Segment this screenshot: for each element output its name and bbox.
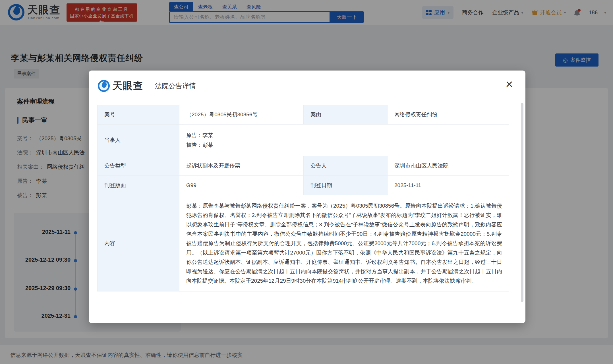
announcement-type-label: 公告类型: [98, 156, 179, 176]
defendant-line: 被告：彭某: [186, 140, 502, 150]
table-row: 刊登版面 G99 刊登日期 2025-11-11: [98, 176, 509, 195]
close-icon[interactable]: ×: [506, 78, 513, 90]
announcement-table: 案号 （2025）粤0305民初30856号 案由 网络侵权责任纠纷 当事人 原…: [97, 105, 509, 291]
table-row: 内容 彭某：原告李某与被告彭某网络侵权责任纠纷一案，案号为（2025）粤0305…: [98, 195, 509, 291]
case-number-label: 案号: [98, 105, 179, 125]
table-row: 案号 （2025）粤0305民初30856号 案由 网络侵权责任纠纷: [98, 105, 509, 125]
announcement-type-value: 起诉状副本及开庭传票: [179, 156, 304, 176]
parties-value: 原告：李某 被告：彭某: [179, 125, 509, 156]
modal-logo-brand: 天眼查: [113, 79, 143, 92]
table-row: 当事人 原告：李某 被告：彭某: [98, 125, 509, 156]
case-number-value: （2025）粤0305民初30856号: [179, 105, 304, 125]
modal-header: 天眼查 法院公告详情 ×: [89, 71, 525, 101]
cause-value: 网络侵权责任纠纷: [388, 105, 509, 125]
cause-label: 案由: [304, 105, 388, 125]
modal-title: 法院公告详情: [155, 81, 196, 90]
publish-date-value: 2025-11-11: [388, 176, 509, 195]
table-row: 公告类型 起诉状副本及开庭传票 公告人 深圳市南山区人民法院: [98, 156, 509, 176]
plaintiff-line: 原告：李某: [186, 131, 502, 140]
content-label: 内容: [98, 195, 179, 291]
content-text: 彭某：原告李某与被告彭某网络侵权责任纠纷一案，案号为（2025）粤0305民初3…: [179, 195, 509, 291]
announcer-label: 公告人: [304, 156, 388, 176]
tianyancha-logo-icon: [98, 80, 110, 92]
court-announcement-modal: 天眼查 法院公告详情 × 案号 （2025）粤0305民初30856号 案由 网…: [89, 71, 525, 323]
publish-date-label: 刊登日期: [304, 176, 388, 195]
publish-page-value: G99: [179, 176, 304, 195]
publish-page-label: 刊登版面: [98, 176, 179, 195]
announcer-value: 深圳市南山区人民法院: [388, 156, 509, 176]
parties-label: 当事人: [98, 125, 179, 156]
page: 天眼查 TianYanCha.com 都在用的商业查询工具 国家中小企业发展子基…: [0, 0, 613, 364]
divider: [149, 82, 149, 90]
modal-scrollbar[interactable]: [521, 103, 523, 302]
